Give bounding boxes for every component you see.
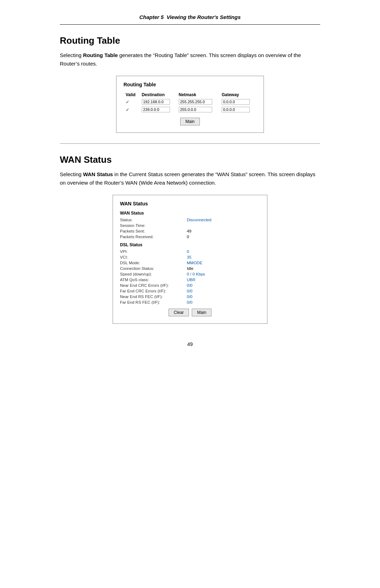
dsl-field-vci: VCI: 35 (120, 255, 260, 259)
wan-btn-row: Clear Main (120, 309, 260, 316)
routing-box-title: Routing Table (124, 82, 256, 87)
dsl-field-near-rs: Near End RS FEC (I/F): 0/0 (120, 295, 260, 299)
wan-status-section: WAN Status Selecting WAN Status in the C… (60, 154, 320, 324)
routing-table-description: Selecting Routing Table generates the “R… (60, 51, 320, 68)
section-divider (60, 143, 320, 144)
dsl-field-far-rs: Far End RS FEC (I/F): 0/0 (120, 300, 260, 304)
col-valid: Valid (124, 92, 140, 98)
table-row: ✓ (124, 98, 256, 106)
dsl-label-speed: Speed (down/up): (120, 272, 187, 276)
row1-netmask-input[interactable] (179, 99, 212, 105)
dsl-value-far-rs: 0/0 (187, 300, 192, 304)
row2-gateway (220, 106, 256, 113)
wan-value-packets-received: 0 (187, 235, 189, 239)
dsl-value-connection-status: Idle (187, 266, 194, 271)
wan-desc-bold: WAN Status (83, 171, 113, 177)
routing-table: Valid Destination Netmask Gateway ✓ ✓ (124, 92, 256, 113)
table-row: ✓ (124, 106, 256, 113)
dsl-label-vpi: VPI: (120, 249, 187, 254)
routing-desc-bold: Routing Table (83, 52, 118, 58)
wan-label-packets-received: Packets Received: (120, 235, 187, 239)
dsl-field-speed: Speed (down/up): 0 / 0 Kbps (120, 272, 260, 276)
col-gateway: Gateway (220, 92, 256, 98)
dsl-value-atm-qos: UBR (187, 278, 195, 282)
wan-status-box: WAN Status WAN Status Status: Disconnect… (113, 195, 267, 324)
routing-table-section: Routing Table Selecting Routing Table ge… (60, 35, 320, 133)
dsl-value-far-crc: 0/0 (187, 289, 192, 293)
wan-field-packets-received: Packets Received: 0 (120, 235, 260, 239)
chapter-title: Viewing the Router's Settings (166, 14, 241, 20)
dsl-label-near-rs: Near End RS FEC (I/F): (120, 295, 187, 299)
wan-desc-pre: Selecting (60, 171, 83, 177)
routing-table-box: Routing Table Valid Destination Netmask … (116, 76, 264, 133)
row2-destination (140, 106, 177, 113)
dsl-label-connection-status: Connection Status: (120, 266, 187, 271)
wan-value-status: Disconnected (187, 218, 211, 222)
wan-label-session-time: Session Time: (120, 223, 187, 228)
wan-status-subtitle: WAN Status (120, 211, 260, 216)
routing-desc-pre: Selecting (60, 52, 83, 58)
row2-dest-input[interactable] (142, 107, 170, 112)
dsl-status-subtitle: DSL Status (120, 242, 260, 247)
routing-main-button[interactable]: Main (180, 118, 200, 125)
dsl-value-speed: 0 / 0 Kbps (187, 272, 205, 276)
row1-netmask (177, 98, 220, 106)
row1-destination (140, 98, 177, 106)
wan-field-session-time: Session Time: (120, 223, 260, 228)
row1-dest-input[interactable] (142, 99, 170, 105)
wan-status-heading: WAN Status (60, 154, 320, 165)
wan-label-packets-sent: Packets Sent: (120, 229, 187, 233)
chapter-header: Chapter 5 Viewing the Router's Settings (60, 14, 320, 25)
wan-main-button[interactable]: Main (192, 309, 211, 316)
row2-gateway-input[interactable] (222, 107, 250, 112)
row2-valid: ✓ (124, 106, 140, 113)
row1-gateway-input[interactable] (222, 99, 250, 105)
wan-clear-button[interactable]: Clear (169, 309, 189, 316)
dsl-value-mode: MMODE (187, 261, 202, 265)
wan-field-status: Status: Disconnected (120, 218, 260, 222)
dsl-label-mode: DSL Mode: (120, 261, 187, 265)
wan-value-packets-sent: 49 (187, 229, 191, 233)
row2-netmask (177, 106, 220, 113)
wan-field-packets-sent: Packets Sent: 49 (120, 229, 260, 233)
col-destination: Destination (140, 92, 177, 98)
routing-table-heading: Routing Table (60, 35, 320, 46)
page-number: 49 (60, 341, 320, 347)
dsl-label-far-rs: Far End RS FEC (I/F): (120, 300, 187, 304)
dsl-field-vpi: VPI: 0 (120, 249, 260, 254)
row1-valid: ✓ (124, 98, 140, 106)
dsl-value-near-rs: 0/0 (187, 295, 192, 299)
wan-box-title: WAN Status (120, 201, 260, 206)
dsl-field-far-crc: Far End CRC Errors (I/F): 0/0 (120, 289, 260, 293)
row1-gateway (220, 98, 256, 106)
page-container: Chapter 5 Viewing the Router's Settings … (32, 0, 348, 368)
col-netmask: Netmask (177, 92, 220, 98)
wan-label-status: Status: (120, 218, 187, 222)
dsl-value-vpi: 0 (187, 249, 189, 254)
dsl-value-vci: 35 (187, 255, 191, 259)
dsl-field-mode: DSL Mode: MMODE (120, 261, 260, 265)
wan-status-description: Selecting WAN Status in the Current Stat… (60, 170, 320, 187)
chapter-label: Chapter 5 (139, 14, 164, 20)
row2-netmask-input[interactable] (179, 107, 212, 112)
dsl-label-atm-qos: ATM QoS class: (120, 278, 187, 282)
dsl-field-connection-status: Connection Status: Idle (120, 266, 260, 271)
dsl-field-atm-qos: ATM QoS class: UBR (120, 278, 260, 282)
dsl-label-vci: VCI: (120, 255, 187, 259)
dsl-field-near-crc: Near End CRC Errors (I/F): 0/0 (120, 283, 260, 287)
dsl-label-near-crc: Near End CRC Errors (I/F): (120, 283, 187, 287)
dsl-label-far-crc: Far End CRC Errors (I/F): (120, 289, 187, 293)
dsl-value-near-crc: 0/0 (187, 283, 192, 287)
routing-btn-row: Main (124, 118, 256, 125)
